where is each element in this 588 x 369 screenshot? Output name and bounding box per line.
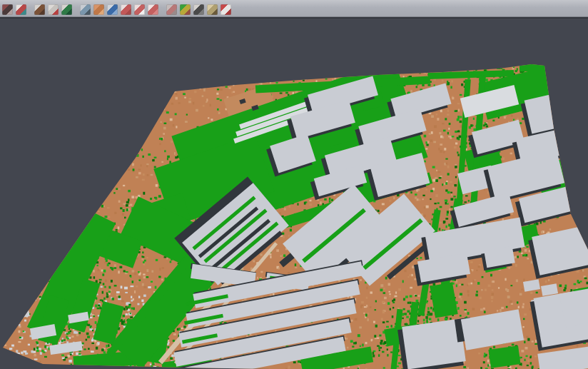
terrain-green-icon[interactable] [61, 4, 72, 15]
sphere-icon[interactable] [193, 4, 204, 15]
fit-selection-icon[interactable] [148, 4, 158, 15]
dataset-icon[interactable] [2, 4, 13, 15]
layers-icon[interactable] [121, 4, 131, 15]
3d-viewport[interactable] [0, 0, 588, 369]
sample-points-icon[interactable] [48, 4, 59, 15]
column-icon[interactable] [80, 4, 91, 15]
toolbar-icon-row [0, 0, 233, 16]
vegetation-patch [526, 57, 532, 66]
delete-mark-icon[interactable] [220, 4, 231, 15]
vegetation-patch [554, 96, 588, 164]
vegetation-patch [535, 55, 540, 65]
terrain-render [0, 0, 588, 369]
point-picking-icon[interactable] [16, 4, 26, 15]
classification-icon[interactable] [180, 4, 191, 15]
terrain-brown-icon[interactable] [34, 4, 45, 15]
target-icon[interactable] [134, 4, 145, 15]
annotate-icon[interactable] [207, 4, 218, 15]
rotate-view-icon[interactable] [107, 4, 118, 15]
vegetation-patch [519, 64, 554, 71]
vegetation-patch [497, 62, 502, 69]
main-toolbar [0, 0, 588, 17]
grid-mask-icon[interactable] [166, 4, 177, 15]
ortho-tile-icon[interactable] [93, 4, 104, 15]
